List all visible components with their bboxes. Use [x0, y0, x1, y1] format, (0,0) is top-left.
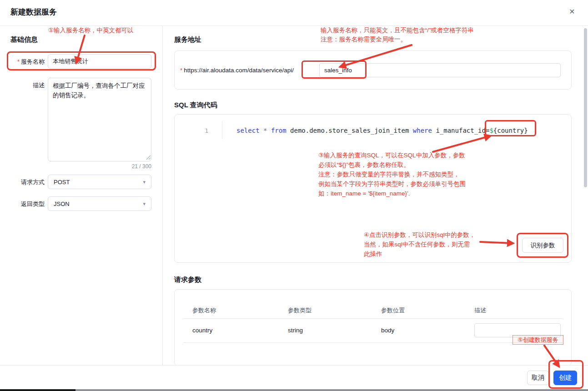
request-params-section-title: 请求参数: [174, 276, 201, 284]
caret-down-icon: ▾: [143, 179, 146, 185]
recognize-params-button[interactable]: 识别参数: [522, 238, 563, 253]
service-url-prefix: *https://air.aloudata.com/data/service/a…: [180, 67, 294, 74]
vertical-scrollbar-thumb[interactable]: [584, 28, 587, 187]
service-name-label: *服务名称: [4, 58, 45, 66]
description-textarea[interactable]: 根据工厂编号，查询各个工厂对应的销售记录。: [48, 78, 151, 161]
sql-section-title: SQL 查询代码: [174, 101, 217, 110]
caret-down-icon: ▾: [143, 201, 146, 207]
page-title: 新建数据服务: [10, 7, 57, 17]
service-url-name-input[interactable]: [319, 63, 561, 77]
new-data-service-dialog: 新建数据服务 × 基础信息 ①输入服务名称，中英文都可以 *服务名称 描述 根据…: [0, 0, 588, 391]
return-type-value: JSON: [54, 201, 70, 207]
service-address-section-title: 服务地址: [174, 35, 201, 44]
service-name-input[interactable]: [48, 54, 151, 69]
return-type-select[interactable]: JSON ▾: [48, 196, 151, 211]
basic-info-section-title: 基础信息: [10, 35, 38, 44]
cell-param-position: body: [381, 327, 394, 334]
table-divider: [183, 318, 563, 319]
description-label: 描述: [4, 81, 45, 90]
gutter-divider: [222, 121, 222, 139]
annotation-step5: ⑤创建数据服务: [513, 335, 563, 345]
close-icon[interactable]: ×: [569, 7, 575, 16]
request-method-value: POST: [54, 179, 70, 185]
sql-code-line[interactable]: select * from demo.demo.store_sales_join…: [236, 127, 528, 134]
resize-handle-icon[interactable]: [146, 155, 151, 160]
col-header-param-type: 参数类型: [288, 306, 312, 315]
col-header-param-name: 参数名称: [192, 306, 216, 315]
return-type-label: 返回类型: [4, 200, 45, 208]
cell-param-name: country: [192, 327, 212, 334]
table-divider: [183, 342, 563, 343]
annotation-step2: 输入服务名称，只能英文，且不能包含“/”或者空格字符串 注意：服务名称需要全局唯…: [321, 26, 474, 44]
required-asterisk: *: [17, 58, 20, 65]
cancel-button[interactable]: 取消: [527, 371, 549, 385]
footer-bar: [0, 365, 588, 391]
request-method-label: 请求方式: [4, 178, 45, 186]
line-number: 1: [197, 127, 208, 134]
cell-param-type: string: [288, 327, 303, 334]
panel-divider: [162, 26, 163, 365]
create-button[interactable]: 创建: [553, 371, 577, 385]
annotation-step1: ①输入服务名称，中英文都可以: [48, 25, 134, 35]
char-counter: 21 / 300: [48, 163, 151, 170]
col-header-param-desc: 描述: [474, 306, 486, 315]
horizontal-scrollbar-thumb[interactable]: [0, 389, 75, 391]
annotation-step4: ④点击识别参数，可以识别sql中的参数， 当然，如果sql中不含任何参数，则无需…: [364, 230, 475, 259]
request-method-select[interactable]: POST ▾: [48, 175, 151, 189]
annotation-step3: ③输入服务的查询SQL，可以在SQL中加入参数，参数 必须以“${}”包裹，参数…: [318, 150, 466, 198]
col-header-param-position: 参数位置: [381, 306, 405, 315]
horizontal-scrollbar-track[interactable]: [75, 389, 588, 391]
